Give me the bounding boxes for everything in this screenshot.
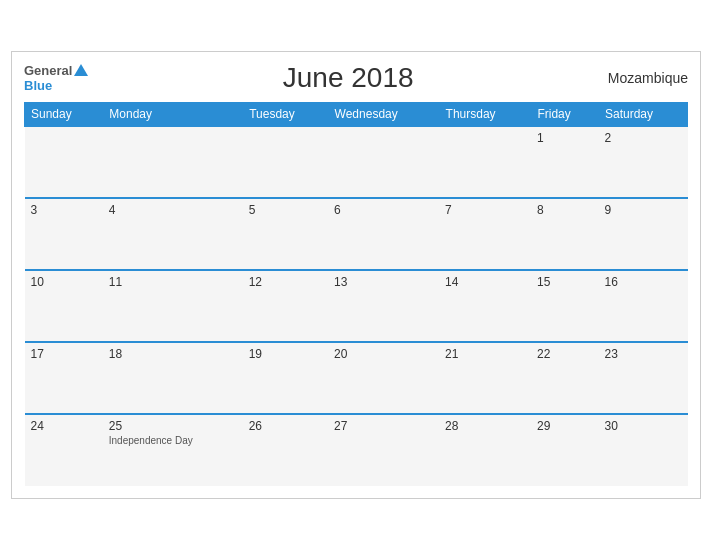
calendar-cell: 24	[25, 414, 103, 486]
calendar-cell: 8	[531, 198, 599, 270]
calendar-cell: 22	[531, 342, 599, 414]
day-number: 26	[249, 419, 262, 433]
calendar-cell: 7	[439, 198, 531, 270]
logo-general-text: General	[24, 63, 72, 78]
calendar-cell: 9	[599, 198, 688, 270]
week-row-1: 12	[25, 126, 688, 198]
day-number: 17	[31, 347, 44, 361]
day-number: 5	[249, 203, 256, 217]
calendar-cell: 28	[439, 414, 531, 486]
logo: General Blue	[24, 63, 88, 93]
header-tuesday: Tuesday	[243, 103, 328, 127]
calendar-cell: 18	[103, 342, 243, 414]
week-row-2: 3456789	[25, 198, 688, 270]
day-number: 6	[334, 203, 341, 217]
header-thursday: Thursday	[439, 103, 531, 127]
calendar-cell: 26	[243, 414, 328, 486]
calendar-cell: 21	[439, 342, 531, 414]
day-number: 9	[605, 203, 612, 217]
calendar-cell	[243, 126, 328, 198]
day-number: 28	[445, 419, 458, 433]
header-wednesday: Wednesday	[328, 103, 439, 127]
calendar-cell: 16	[599, 270, 688, 342]
calendar-cell: 2	[599, 126, 688, 198]
calendar-container: General Blue June 2018 Mozambique Sunday…	[11, 51, 701, 499]
logo-triangle-icon	[74, 64, 88, 76]
day-number: 23	[605, 347, 618, 361]
day-number: 29	[537, 419, 550, 433]
logo-blue-text: Blue	[24, 78, 52, 93]
calendar-cell: 19	[243, 342, 328, 414]
day-number: 25	[109, 419, 122, 433]
day-number: 30	[605, 419, 618, 433]
calendar-header: General Blue June 2018 Mozambique	[24, 62, 688, 94]
day-number: 11	[109, 275, 122, 289]
calendar-cell: 15	[531, 270, 599, 342]
calendar-cell: 6	[328, 198, 439, 270]
calendar-cell	[328, 126, 439, 198]
calendar-cell	[439, 126, 531, 198]
day-number: 8	[537, 203, 544, 217]
calendar-cell: 27	[328, 414, 439, 486]
calendar-cell: 14	[439, 270, 531, 342]
day-number: 19	[249, 347, 262, 361]
day-number: 15	[537, 275, 550, 289]
day-number: 27	[334, 419, 347, 433]
header-friday: Friday	[531, 103, 599, 127]
day-number: 3	[31, 203, 38, 217]
calendar-cell: 11	[103, 270, 243, 342]
weekday-header-row: Sunday Monday Tuesday Wednesday Thursday…	[25, 103, 688, 127]
header-monday: Monday	[103, 103, 243, 127]
day-number: 4	[109, 203, 116, 217]
day-number: 21	[445, 347, 458, 361]
day-number: 12	[249, 275, 262, 289]
calendar-cell: 25Independence Day	[103, 414, 243, 486]
calendar-cell: 23	[599, 342, 688, 414]
week-row-4: 17181920212223	[25, 342, 688, 414]
day-number: 24	[31, 419, 44, 433]
calendar-grid: Sunday Monday Tuesday Wednesday Thursday…	[24, 102, 688, 486]
calendar-cell: 10	[25, 270, 103, 342]
calendar-title: June 2018	[283, 62, 414, 94]
day-number: 18	[109, 347, 122, 361]
day-number: 22	[537, 347, 550, 361]
day-number: 10	[31, 275, 44, 289]
holiday-label: Independence Day	[109, 435, 237, 446]
calendar-cell: 13	[328, 270, 439, 342]
day-number: 2	[605, 131, 612, 145]
day-number: 7	[445, 203, 452, 217]
calendar-cell: 4	[103, 198, 243, 270]
calendar-cell: 1	[531, 126, 599, 198]
calendar-cell	[25, 126, 103, 198]
calendar-cell: 12	[243, 270, 328, 342]
week-row-3: 10111213141516	[25, 270, 688, 342]
calendar-country: Mozambique	[608, 70, 688, 86]
calendar-cell: 3	[25, 198, 103, 270]
calendar-cell: 5	[243, 198, 328, 270]
calendar-cell: 17	[25, 342, 103, 414]
calendar-cell	[103, 126, 243, 198]
day-number: 13	[334, 275, 347, 289]
calendar-cell: 29	[531, 414, 599, 486]
week-row-5: 2425Independence Day2627282930	[25, 414, 688, 486]
day-number: 20	[334, 347, 347, 361]
day-number: 16	[605, 275, 618, 289]
day-number: 14	[445, 275, 458, 289]
day-number: 1	[537, 131, 544, 145]
header-saturday: Saturday	[599, 103, 688, 127]
header-sunday: Sunday	[25, 103, 103, 127]
calendar-cell: 20	[328, 342, 439, 414]
calendar-cell: 30	[599, 414, 688, 486]
